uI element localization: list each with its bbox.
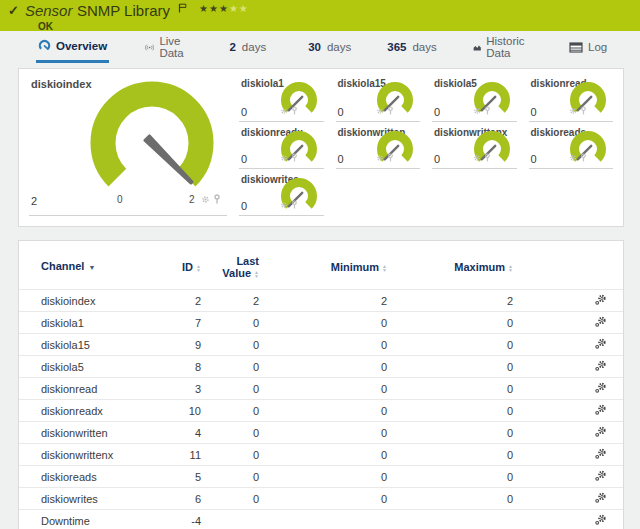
sort-icon: ▲▼ — [382, 264, 387, 273]
gear-icon[interactable] — [473, 148, 481, 166]
column-header-minimum-label: Minimum — [331, 261, 379, 273]
cell-last-value: 0 — [201, 378, 259, 400]
pin-icon[interactable] — [484, 148, 491, 166]
table-row[interactable]: Downtime -4 — [19, 510, 623, 529]
gear-icon[interactable] — [569, 101, 577, 119]
table-row[interactable]: diskioindex 2 2 2 2 — [19, 290, 623, 312]
channel-settings-gear-icon[interactable] — [595, 514, 607, 528]
sort-icon: ▲▼ — [254, 270, 259, 279]
tab-live-data[interactable]: Live Data — [143, 31, 191, 63]
gauge-current-value: 0 — [531, 106, 537, 118]
channel-settings-gear-icon[interactable] — [595, 382, 607, 396]
column-header-last-label: Last — [236, 255, 259, 267]
tab-log[interactable]: Log — [567, 31, 609, 63]
tab-30-days[interactable]: 30 days — [306, 31, 353, 63]
gauge-tile-primary[interactable]: diskioindex 0 2 2 — [29, 73, 227, 216]
table-row[interactable]: diskiola5 8 0 0 0 — [19, 356, 623, 378]
channel-settings-gear-icon[interactable] — [595, 338, 607, 352]
cell-maximum: 2 — [387, 290, 513, 312]
gear-icon[interactable] — [376, 148, 384, 166]
cell-channel: diskioreads — [19, 466, 159, 488]
tab-2-days-label: days — [242, 41, 266, 53]
table-row[interactable]: diskionreadx 10 0 0 0 — [19, 400, 623, 422]
gauge-current-value: 0 — [241, 200, 247, 212]
live-signal-icon — [145, 42, 154, 53]
gear-icon[interactable] — [280, 148, 288, 166]
sort-desc-icon: ▼ — [88, 264, 95, 271]
column-header-last-value[interactable]: LastValue▲▼ — [201, 247, 259, 290]
cell-channel: diskionwritten — [19, 422, 159, 444]
gear-icon[interactable] — [280, 101, 288, 119]
gauge-tile[interactable]: diskioreads 0 — [529, 122, 614, 169]
gauge-tile[interactable]: diskiola15 0 — [336, 73, 421, 122]
table-row[interactable]: diskionwrittenx 11 0 0 0 — [19, 444, 623, 466]
pin-icon[interactable] — [387, 101, 394, 119]
gear-icon[interactable] — [473, 101, 481, 119]
table-row[interactable]: diskiola15 9 0 0 0 — [19, 334, 623, 356]
cell-id: 6 — [159, 488, 201, 510]
channel-settings-gear-icon[interactable] — [595, 316, 607, 330]
cell-channel: diskioindex — [19, 290, 159, 312]
cell-channel: diskionread — [19, 378, 159, 400]
channel-settings-gear-icon[interactable] — [595, 294, 607, 308]
table-row[interactable]: diskionwritten 4 0 0 0 — [19, 422, 623, 444]
pin-icon[interactable] — [580, 148, 587, 166]
column-header-maximum[interactable]: Maximum▲▼ — [387, 247, 513, 290]
stars-filled[interactable]: ★★★ — [199, 3, 229, 14]
gauge-tile[interactable]: diskiola5 0 — [432, 73, 517, 122]
table-row[interactable]: diskionread 3 0 0 0 — [19, 378, 623, 400]
flag-icon[interactable] — [178, 0, 187, 17]
column-header-channel-label: Channel — [41, 260, 84, 272]
gauge-tile[interactable]: diskiola1 0 — [239, 73, 324, 122]
channel-settings-gear-icon[interactable] — [595, 470, 607, 484]
channels-table-panel: Channel▼ ID▲▼ LastValue▲▼ Minimum▲▼ Maxi… — [18, 240, 624, 529]
gear-icon[interactable] — [280, 195, 288, 213]
column-header-id[interactable]: ID▲▼ — [159, 247, 201, 290]
tab-overview-label: Overview — [56, 40, 107, 52]
cell-maximum: 0 — [387, 378, 513, 400]
channel-settings-gear-icon[interactable] — [595, 426, 607, 440]
pin-icon[interactable] — [213, 190, 221, 208]
gear-icon[interactable] — [201, 190, 210, 208]
pin-icon[interactable] — [291, 148, 298, 166]
column-header-minimum[interactable]: Minimum▲▼ — [259, 247, 387, 290]
channel-settings-gear-icon[interactable] — [595, 360, 607, 374]
cell-channel: diskiola15 — [19, 334, 159, 356]
cell-maximum: 0 — [387, 334, 513, 356]
gauge-tile[interactable]: diskionreadx 0 — [239, 122, 324, 169]
pin-icon[interactable] — [291, 101, 298, 119]
channel-settings-gear-icon[interactable] — [595, 448, 607, 462]
gauge-tile[interactable]: diskionread 0 — [529, 73, 614, 122]
cell-minimum: 0 — [259, 488, 387, 510]
cell-minimum: 0 — [259, 422, 387, 444]
channel-settings-gear-icon[interactable] — [595, 404, 607, 418]
table-row[interactable]: diskiowrites 6 0 0 0 — [19, 488, 623, 510]
priority-stars[interactable]: ★★★★★ — [199, 3, 249, 14]
log-table-icon — [569, 42, 583, 53]
area-chart-icon — [473, 42, 481, 53]
cell-minimum: 0 — [259, 400, 387, 422]
tab-2-days-number: 2 — [229, 41, 235, 53]
gauge-current-value: 0 — [434, 106, 440, 118]
tab-historic-data[interactable]: Historic Data — [471, 31, 531, 63]
stars-empty[interactable]: ★★ — [229, 3, 249, 14]
gear-icon[interactable] — [376, 101, 384, 119]
tab-365-days[interactable]: 365 days — [385, 31, 438, 63]
pin-icon[interactable] — [291, 195, 298, 213]
tab-2-days[interactable]: 2 days — [227, 31, 268, 63]
gear-icon[interactable] — [569, 148, 577, 166]
pin-icon[interactable] — [580, 101, 587, 119]
tab-overview[interactable]: Overview — [36, 31, 109, 63]
gauge-tile[interactable]: diskionwrittenx 0 — [432, 122, 517, 169]
pin-icon[interactable] — [484, 101, 491, 119]
table-row[interactable]: diskiola1 7 0 0 0 — [19, 312, 623, 334]
cell-last-value: 2 — [201, 290, 259, 312]
gauge-tile[interactable]: diskionwritten 0 — [336, 122, 421, 169]
pin-icon[interactable] — [387, 148, 394, 166]
channel-settings-gear-icon[interactable] — [595, 492, 607, 506]
cell-maximum: 0 — [387, 356, 513, 378]
column-header-channel[interactable]: Channel▼ — [19, 247, 159, 290]
cell-minimum: 2 — [259, 290, 387, 312]
table-row[interactable]: diskioreads 5 0 0 0 — [19, 466, 623, 488]
gauge-tile[interactable]: diskiowrites 0 — [239, 169, 324, 216]
